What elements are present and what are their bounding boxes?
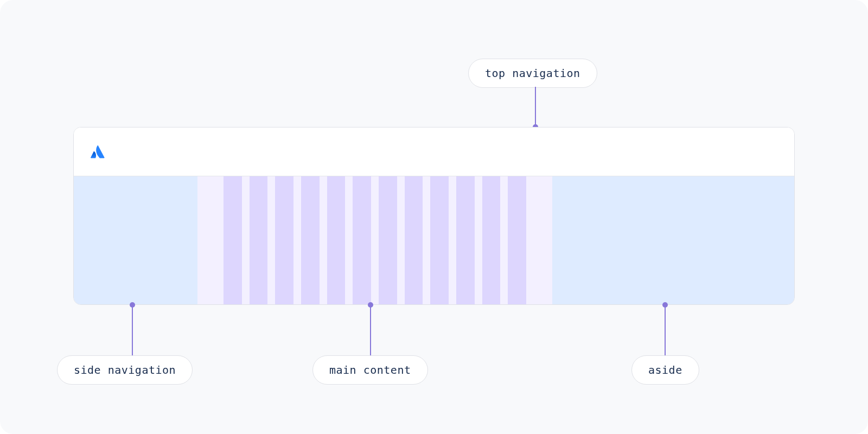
grid-column — [327, 176, 346, 304]
layout-window — [73, 127, 795, 305]
grid-column — [250, 176, 268, 304]
annotation-label: main content — [329, 363, 411, 376]
aside-region — [552, 176, 794, 304]
grid-column — [224, 176, 242, 304]
connector-line — [535, 87, 536, 127]
atlassian-logo-icon — [89, 143, 106, 161]
diagram-canvas: top navigation — [0, 0, 868, 434]
main-content-region — [197, 176, 552, 304]
grid-column — [301, 176, 320, 304]
annotation-aside: aside — [631, 355, 699, 385]
annotation-label: aside — [648, 363, 682, 376]
connector-dot — [368, 302, 373, 308]
connector-dot — [662, 302, 668, 308]
annotation-label: side navigation — [74, 363, 176, 376]
connector-line — [132, 305, 133, 356]
top-navigation-region — [74, 127, 794, 176]
connector-dot — [130, 302, 135, 308]
connector-line — [370, 305, 371, 356]
grid-column — [482, 176, 501, 304]
layout-body — [74, 176, 794, 304]
grid-column — [353, 176, 371, 304]
grid-column — [405, 176, 423, 304]
annotation-label: top navigation — [485, 67, 580, 80]
grid-column — [430, 176, 449, 304]
annotation-top-navigation: top navigation — [468, 59, 597, 88]
grid-column — [275, 176, 293, 304]
grid-column — [456, 176, 475, 304]
grid-column — [508, 176, 526, 304]
grid-column — [379, 176, 397, 304]
annotation-main-content: main content — [312, 355, 428, 385]
side-navigation-region — [74, 176, 197, 304]
annotation-side-navigation: side navigation — [57, 355, 193, 385]
connector-line — [665, 305, 666, 356]
